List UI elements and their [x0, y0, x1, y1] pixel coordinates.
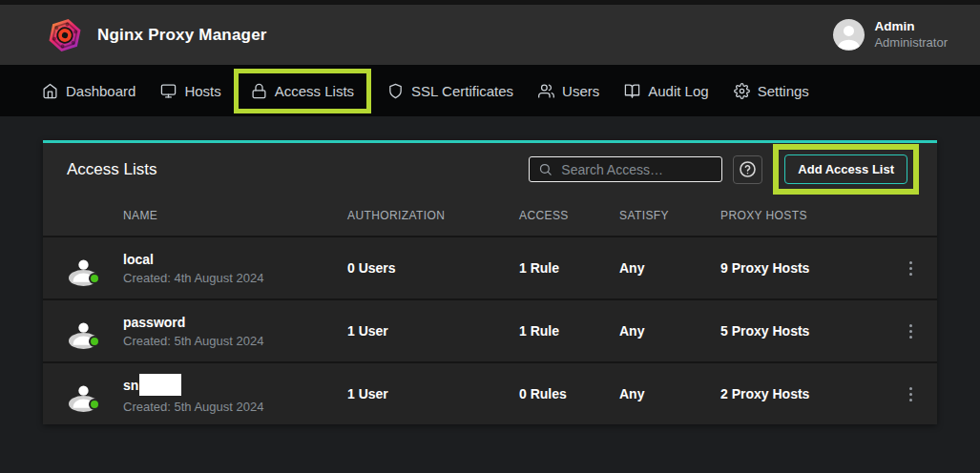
lock-icon — [251, 83, 267, 99]
access-list-name: password — [123, 315, 185, 330]
satisfy-cell: Any — [619, 323, 720, 339]
help-circle-icon — [739, 160, 757, 178]
nav-item-access-lists[interactable]: Access Lists — [234, 69, 371, 113]
search-icon — [538, 162, 553, 176]
avatar — [69, 254, 98, 283]
access-cell: 0 Rules — [519, 386, 619, 401]
created-date: Created: 4th August 2024 — [123, 271, 347, 285]
app-title: Nginx Proxy Manager — [97, 26, 267, 45]
authorization-cell: 1 User — [347, 323, 519, 339]
nav-item-label: SSL Certificates — [411, 83, 513, 99]
avatar — [69, 380, 98, 409]
table-row: password Created: 5th August 2024 1 User… — [43, 298, 937, 361]
shield-icon — [387, 83, 404, 99]
created-date: Created: 5th August 2024 — [123, 400, 347, 414]
nav-item-label: Users — [562, 83, 599, 99]
brand[interactable]: Nginx Proxy Manager — [46, 16, 267, 54]
gear-icon — [734, 83, 750, 99]
user-menu[interactable]: Admin Administrator — [833, 19, 948, 51]
nav-item-audit-log[interactable]: Audit Log — [612, 83, 720, 99]
highlight-annotation: Add Access List — [773, 144, 919, 195]
users-icon — [538, 83, 554, 99]
access-list-name: sn — [123, 378, 138, 393]
table-row: sn Created: 5th August 2024 1 User 0 Rul… — [43, 361, 937, 424]
panel-controls: Add Access List — [529, 144, 919, 195]
nav-item-label: Hosts — [184, 83, 220, 99]
status-dot — [89, 273, 100, 284]
nav-item-label: Audit Log — [648, 83, 708, 99]
nav-item-users[interactable]: Users — [526, 83, 612, 99]
created-date: Created: 5th August 2024 — [123, 334, 347, 348]
proxy-hosts-cell: 5 Proxy Hosts — [720, 323, 884, 339]
proxy-hosts-cell: 9 Proxy Hosts — [720, 260, 884, 276]
help-button[interactable] — [733, 155, 762, 184]
access-cell: 1 Rule — [519, 323, 619, 339]
status-dot — [89, 336, 100, 347]
nav-item-ssl-certificates[interactable]: SSL Certificates — [375, 83, 526, 99]
column-header-proxy-hosts: PROXY HOSTS — [720, 209, 884, 222]
page-title: Access Lists — [67, 160, 156, 179]
column-header-name: NAME — [123, 209, 347, 222]
access-list-name: local — [123, 252, 154, 267]
search-input[interactable] — [561, 162, 713, 177]
user-avatar — [833, 19, 865, 51]
home-icon — [42, 83, 58, 99]
user-role: Administrator — [874, 35, 948, 51]
row-menu-kebab-icon[interactable] — [904, 381, 918, 407]
column-header-satisfy: SATISFY — [619, 209, 720, 222]
user-name: Admin — [874, 19, 948, 35]
nav-item-settings[interactable]: Settings — [721, 83, 822, 99]
monitor-icon — [160, 83, 177, 99]
access-lists-panel: Access Lists Add Access List — [43, 140, 937, 424]
satisfy-cell: Any — [619, 386, 720, 401]
panel-header: Access Lists Add Access List — [43, 143, 937, 195]
authorization-cell: 0 Users — [347, 260, 519, 276]
add-access-list-button[interactable]: Add Access List — [784, 154, 907, 184]
redaction-box — [139, 374, 181, 396]
nav-item-hosts[interactable]: Hosts — [148, 83, 233, 99]
row-menu-kebab-icon[interactable] — [904, 319, 918, 344]
nav-item-label: Settings — [758, 83, 809, 99]
table-header: NAME AUTHORIZATION ACCESS SATISFY PROXY … — [43, 195, 937, 236]
search-box — [529, 156, 722, 182]
satisfy-cell: Any — [619, 260, 720, 276]
table-row: local Created: 4th August 2024 0 Users 1… — [43, 236, 937, 298]
authorization-cell: 1 User — [347, 386, 519, 401]
avatar — [69, 317, 98, 346]
column-header-authorization: AUTHORIZATION — [347, 209, 519, 222]
row-menu-kebab-icon[interactable] — [904, 256, 918, 281]
column-header-access: ACCESS — [519, 209, 619, 222]
nav-item-dashboard[interactable]: Dashboard — [30, 83, 148, 99]
status-dot — [89, 399, 100, 410]
nav-item-label: Access Lists — [275, 83, 354, 99]
book-icon — [624, 83, 640, 99]
nav-item-label: Dashboard — [66, 83, 136, 99]
access-cell: 1 Rule — [519, 260, 619, 276]
main-content: Access Lists Add Access List — [0, 116, 980, 448]
app-header: Nginx Proxy Manager Admin Administrator — [0, 0, 980, 65]
main-nav: Dashboard Hosts Access Lists SSL Certifi… — [0, 65, 980, 116]
proxy-hosts-cell: 2 Proxy Hosts — [720, 386, 884, 401]
npm-logo-icon — [46, 16, 84, 54]
